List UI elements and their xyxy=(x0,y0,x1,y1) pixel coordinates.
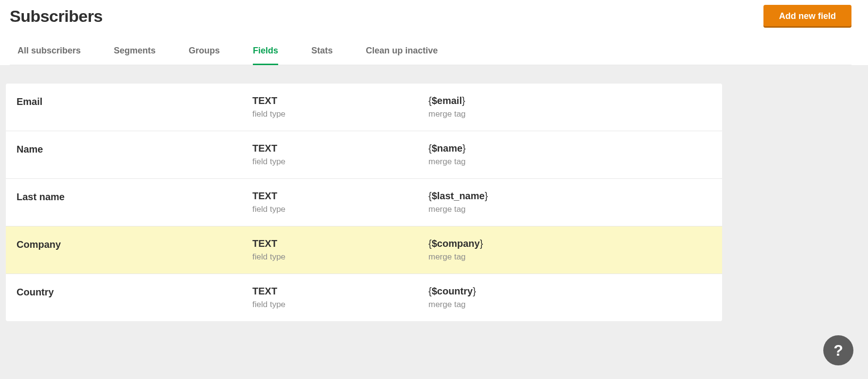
field-type-value: TEXT xyxy=(252,95,428,106)
field-name: Last name xyxy=(17,190,252,203)
add-new-field-button[interactable]: Add new field xyxy=(763,5,851,28)
field-type-label: field type xyxy=(252,300,428,310)
field-type-label: field type xyxy=(252,109,428,119)
field-row[interactable]: Last name TEXT field type {$last_name} m… xyxy=(6,179,722,226)
merge-tag-label: merge tag xyxy=(428,300,722,310)
tab-segments[interactable]: Segments xyxy=(114,42,156,65)
title-row: Subscribers Add new field xyxy=(10,5,851,28)
field-row[interactable]: Name TEXT field type {$name} merge tag xyxy=(6,131,722,179)
field-type-col: TEXT field type xyxy=(252,143,428,167)
merge-tag-col: {$company} merge tag xyxy=(428,238,722,262)
field-type-col: TEXT field type xyxy=(252,238,428,262)
help-button[interactable]: ? xyxy=(823,335,853,365)
field-row[interactable]: Country TEXT field type {$country} merge… xyxy=(6,274,722,321)
field-type-label: field type xyxy=(252,205,428,214)
merge-tag-col: {$name} merge tag xyxy=(428,143,722,167)
tab-groups[interactable]: Groups xyxy=(189,42,220,65)
merge-tag-value: {$country} xyxy=(428,286,722,297)
page-title: Subscribers xyxy=(10,7,103,26)
tab-stats[interactable]: Stats xyxy=(311,42,333,65)
field-name: Email xyxy=(17,95,252,107)
field-name: Name xyxy=(17,143,252,155)
field-name: Company xyxy=(17,238,252,250)
tab-clean-up-inactive[interactable]: Clean up inactive xyxy=(366,42,438,65)
field-row[interactable]: Company TEXT field type {$company} merge… xyxy=(6,226,722,274)
field-type-label: field type xyxy=(252,252,428,262)
tab-all-subscribers[interactable]: All subscribers xyxy=(18,42,81,65)
merge-tag-col: {$last_name} merge tag xyxy=(428,190,722,214)
merge-tag-value: {$name} xyxy=(428,143,722,154)
field-type-col: TEXT field type xyxy=(252,95,428,119)
page-header: Subscribers Add new field All subscriber… xyxy=(0,0,868,65)
field-type-value: TEXT xyxy=(252,190,428,202)
merge-tag-label: merge tag xyxy=(428,252,722,262)
merge-tag-label: merge tag xyxy=(428,109,722,119)
field-row[interactable]: Email TEXT field type {$email} merge tag xyxy=(6,84,722,131)
merge-tag-value: {$email} xyxy=(428,95,722,106)
tab-fields[interactable]: Fields xyxy=(253,42,278,65)
merge-tag-label: merge tag xyxy=(428,157,722,167)
field-type-value: TEXT xyxy=(252,238,428,249)
field-type-col: TEXT field type xyxy=(252,190,428,214)
field-type-col: TEXT field type xyxy=(252,286,428,310)
help-icon: ? xyxy=(833,342,843,360)
merge-tag-value: {$company} xyxy=(428,238,722,249)
field-type-label: field type xyxy=(252,157,428,167)
fields-panel: Email TEXT field type {$email} merge tag… xyxy=(6,84,722,321)
content-area: Email TEXT field type {$email} merge tag… xyxy=(0,65,868,379)
field-type-value: TEXT xyxy=(252,286,428,297)
merge-tag-value: {$last_name} xyxy=(428,190,722,202)
merge-tag-col: {$country} merge tag xyxy=(428,286,722,310)
merge-tag-label: merge tag xyxy=(428,205,722,214)
merge-tag-col: {$email} merge tag xyxy=(428,95,722,119)
tabs: All subscribers Segments Groups Fields S… xyxy=(10,41,851,65)
field-name: Country xyxy=(17,286,252,298)
field-type-value: TEXT xyxy=(252,143,428,154)
